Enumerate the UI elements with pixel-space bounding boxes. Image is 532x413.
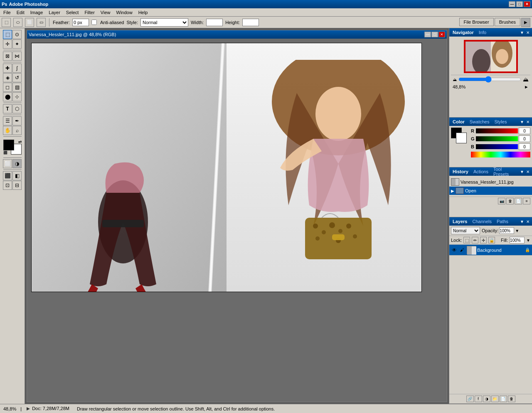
- move-tool-button[interactable]: ✛: [3, 39, 12, 49]
- hand-tool-button[interactable]: ✋: [3, 126, 12, 135]
- layers-close[interactable]: ✕: [525, 219, 530, 224]
- history-tab[interactable]: History: [451, 169, 470, 174]
- screen-mode-2[interactable]: ◧: [12, 171, 22, 180]
- swatches-tab[interactable]: Swatches: [468, 119, 491, 124]
- maximize-button[interactable]: □: [516, 1, 523, 7]
- menu-view[interactable]: View: [98, 9, 113, 16]
- feather-input[interactable]: [72, 19, 89, 26]
- minimize-button[interactable]: —: [509, 1, 515, 7]
- brushes-button[interactable]: Brushes: [495, 18, 520, 26]
- eraser-tool-button[interactable]: ◻: [3, 83, 12, 92]
- marquee-single-col-btn[interactable]: ▭: [37, 18, 46, 27]
- imagemap-btn[interactable]: ⊡: [3, 181, 12, 190]
- screen-mode-1[interactable]: ⬛: [3, 171, 12, 180]
- layer-fx-btn[interactable]: f: [475, 396, 482, 402]
- tool-presets-tab[interactable]: Tool Presets: [492, 167, 520, 177]
- actions-tab[interactable]: Actions: [472, 169, 490, 174]
- close-button[interactable]: ✕: [524, 1, 530, 7]
- gradient-tool-button[interactable]: ▨: [12, 83, 22, 92]
- nav-zoom-slider[interactable]: [458, 77, 521, 81]
- blend-mode-select[interactable]: Normal Multiply Screen Overlay: [451, 227, 480, 234]
- history-options-btn[interactable]: ≡: [523, 198, 530, 204]
- red-value[interactable]: [519, 128, 530, 134]
- lock-pixels-btn[interactable]: ✏: [472, 237, 478, 243]
- marquee-rect-btn[interactable]: ⬚: [2, 18, 11, 27]
- doc-minimize-button[interactable]: —: [424, 32, 431, 37]
- fill-arrow[interactable]: ▼: [526, 238, 530, 243]
- doc-maximize-button[interactable]: □: [431, 32, 438, 37]
- color-tab[interactable]: Color: [451, 119, 466, 124]
- channels-tab[interactable]: Channels: [470, 219, 493, 224]
- styles-tab[interactable]: Styles: [493, 119, 508, 124]
- opacity-input[interactable]: [499, 227, 514, 234]
- green-value[interactable]: [519, 135, 530, 142]
- lock-all-btn[interactable]: 🔒: [488, 237, 495, 243]
- menu-layer[interactable]: Layer: [46, 9, 63, 16]
- heal-tool-button[interactable]: ✚: [3, 64, 12, 73]
- delete-layer-btn[interactable]: 🗑: [508, 396, 515, 402]
- color-panel-close[interactable]: ✕: [525, 119, 530, 124]
- reset-colors-icon[interactable]: ⬛: [3, 151, 7, 155]
- fill-input[interactable]: [510, 237, 525, 243]
- blue-value[interactable]: [519, 143, 530, 150]
- history-expand[interactable]: ▼: [520, 169, 525, 174]
- height-input[interactable]: [242, 19, 259, 26]
- paths-tab[interactable]: Paths: [495, 219, 510, 224]
- standard-mode-btn[interactable]: ⬜: [3, 159, 12, 168]
- width-input[interactable]: [206, 19, 223, 26]
- layers-expand[interactable]: ▼: [520, 219, 525, 224]
- red-slider[interactable]: [476, 128, 518, 133]
- info-tab[interactable]: Info: [477, 30, 488, 35]
- imageready-btn[interactable]: ⊟: [12, 181, 22, 190]
- green-slider[interactable]: [476, 136, 518, 141]
- history-brush-button[interactable]: ↺: [12, 73, 22, 82]
- lock-transparent-btn[interactable]: ⬚: [463, 237, 470, 243]
- layer-visibility-icon[interactable]: 👁: [451, 247, 458, 253]
- opacity-arrow[interactable]: ▼: [515, 229, 519, 233]
- layer-mask-btn[interactable]: ◑: [483, 396, 490, 402]
- foreground-color[interactable]: [3, 140, 14, 150]
- clone-tool-button[interactable]: ◈: [3, 73, 12, 82]
- menu-filter[interactable]: Filter: [82, 9, 97, 16]
- quick-mask-btn[interactable]: ◑: [12, 159, 22, 168]
- layer-link-btn[interactable]: 🔗: [466, 396, 474, 402]
- nav-panel-close[interactable]: ✕: [525, 30, 530, 35]
- color-panel-expand[interactable]: ▼: [520, 119, 525, 124]
- magic-wand-button[interactable]: ✦: [12, 39, 22, 49]
- menu-edit[interactable]: Edit: [14, 9, 27, 16]
- spectrum-bar[interactable]: [471, 152, 530, 157]
- shape-tool-button[interactable]: ⬡: [12, 104, 22, 113]
- new-document-btn[interactable]: 📄: [515, 198, 522, 204]
- file-browser-button[interactable]: File Browser: [459, 18, 494, 26]
- zoom-tool-button[interactable]: ⌕: [12, 126, 22, 135]
- anti-aliased-checkbox[interactable]: [91, 20, 97, 25]
- history-item-open[interactable]: ▶ Open: [449, 187, 532, 195]
- lasso-tool-button[interactable]: ⊙: [12, 30, 22, 39]
- options-extra-icon[interactable]: ▶: [521, 18, 530, 27]
- crop-tool-button[interactable]: ⊠: [3, 52, 12, 61]
- history-item-snapshot[interactable]: Vanessa_Hessler_111.jpg: [449, 177, 532, 187]
- lock-position-btn[interactable]: ✛: [480, 237, 487, 243]
- marquee-tool-button[interactable]: ⬚: [3, 30, 12, 39]
- path-select-button[interactable]: ⊹: [12, 92, 22, 101]
- nav-panel-expand[interactable]: ▼: [520, 30, 525, 35]
- menu-help[interactable]: Help: [136, 9, 150, 16]
- navigator-tab[interactable]: Navigator: [451, 30, 475, 35]
- new-group-btn[interactable]: 📁: [491, 396, 499, 402]
- notes-tool-button[interactable]: ☰: [3, 116, 12, 125]
- menu-select[interactable]: Select: [64, 9, 81, 16]
- style-select[interactable]: Normal Fixed Aspect Ratio Fixed Size: [140, 18, 188, 27]
- menu-window[interactable]: Window: [114, 9, 135, 16]
- brush-tool-button[interactable]: ∫: [12, 64, 22, 73]
- background-layer-row[interactable]: 👁 🖌 Background 🔒: [449, 245, 532, 256]
- menu-image[interactable]: Image: [28, 9, 46, 16]
- marquee-ellipse-btn[interactable]: ⬭: [13, 18, 22, 27]
- new-snapshot-btn[interactable]: 📷: [498, 198, 505, 204]
- layers-tab[interactable]: Layers: [451, 219, 469, 224]
- slice-tool-button[interactable]: ⋈: [12, 52, 22, 61]
- photo-canvas[interactable]: [31, 43, 422, 292]
- type-tool-button[interactable]: T: [3, 104, 12, 113]
- delete-state-btn[interactable]: 🗑: [506, 198, 514, 204]
- history-close[interactable]: ✕: [525, 169, 530, 174]
- nav-options-arrow[interactable]: ►: [524, 84, 529, 89]
